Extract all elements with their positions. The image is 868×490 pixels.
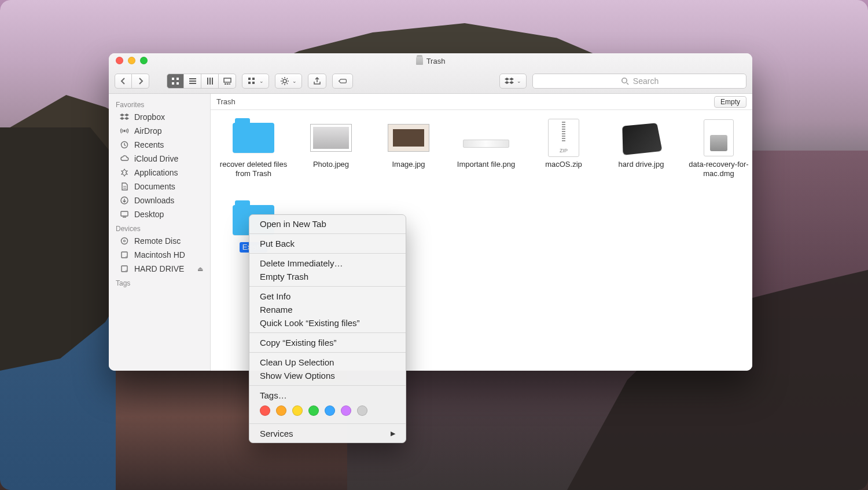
view-gallery-button[interactable]: [219, 74, 236, 89]
sidebar-item-hard-drive[interactable]: HARD DRIVE⏏: [109, 262, 210, 276]
view-list-button[interactable]: [184, 74, 201, 89]
tag-color-blu[interactable]: [325, 405, 335, 416]
sidebar-item-desktop[interactable]: Desktop: [109, 207, 210, 221]
sidebar-item-icloud-drive[interactable]: iCloud Drive: [109, 152, 210, 166]
sidebar-item-label: Recents: [134, 140, 164, 149]
empty-trash-button[interactable]: Empty: [714, 96, 746, 108]
tag-color-yel[interactable]: [292, 405, 303, 416]
menu-item[interactable]: Show View Options: [249, 369, 406, 382]
file-label: Image.jpg: [392, 160, 425, 169]
sidebar-item-documents[interactable]: Documents: [109, 180, 210, 193]
chevron-right-icon: [136, 76, 145, 86]
downloads-icon: [119, 196, 130, 205]
group-by-button[interactable]: ⌄: [242, 74, 269, 89]
sidebar-item-dropbox[interactable]: Dropbox: [109, 110, 210, 124]
tag-color-red[interactable]: [260, 405, 270, 416]
sidebar-item-recents[interactable]: Recents: [109, 138, 210, 152]
menu-item[interactable]: Get Info: [249, 290, 406, 303]
view-icons-button[interactable]: [167, 74, 184, 89]
dropbox-menu-button[interactable]: ⌄: [499, 74, 527, 89]
menu-item[interactable]: Open in New Tab: [249, 217, 406, 231]
dropbox-icon: [505, 76, 514, 86]
file-item[interactable]: hard drive.jpg: [604, 118, 678, 197]
location-label: Trash: [216, 97, 236, 106]
svg-point-18: [122, 238, 128, 244]
menu-separator: [249, 423, 406, 424]
file-item[interactable]: Image.jpg: [372, 118, 446, 197]
apps-icon: [119, 168, 130, 177]
chevron-down-icon: ⌄: [292, 78, 297, 84]
docs-icon: [119, 182, 130, 191]
sidebar-item-label: AirDrop: [134, 126, 161, 136]
eject-icon[interactable]: ⏏: [197, 265, 203, 273]
menu-item[interactable]: Services: [249, 427, 406, 440]
ext-icon: [119, 264, 130, 273]
menu-item[interactable]: Quick Look “Existing files”: [249, 316, 406, 330]
list-icon: [188, 76, 197, 86]
disc-icon: [119, 236, 130, 246]
sidebar-item-applications[interactable]: Applications: [109, 166, 210, 180]
hd-icon: [617, 118, 665, 158]
dmg-icon: [695, 118, 742, 158]
edit-tags-button[interactable]: [332, 74, 353, 89]
gallery-icon: [223, 76, 232, 86]
svg-rect-5: [225, 83, 226, 85]
share-icon: [312, 76, 322, 86]
action-menu-button[interactable]: ⌄: [275, 74, 302, 89]
gear-icon: [280, 76, 289, 86]
minimize-window-button[interactable]: [128, 57, 135, 64]
search-icon: [620, 76, 630, 86]
nav-back-button[interactable]: [115, 74, 132, 89]
svg-rect-10: [248, 82, 251, 84]
finder-window: Trash: [109, 53, 752, 371]
share-button[interactable]: [308, 74, 326, 89]
tag-color-pur[interactable]: [341, 405, 351, 416]
menu-item[interactable]: Tags…: [249, 389, 406, 402]
sidebar-item-downloads[interactable]: Downloads: [109, 193, 210, 207]
file-label: macOS.zip: [545, 160, 582, 169]
file-label: hard drive.jpg: [619, 160, 664, 169]
sidebar-item-remote-disc[interactable]: Remote Disc: [109, 234, 210, 248]
titlebar: Trash: [109, 53, 752, 94]
file-item[interactable]: data-recovery-for-mac.dmg: [682, 118, 752, 197]
file-item[interactable]: Photo.jpeg: [294, 118, 368, 197]
file-item[interactable]: Important file.png: [449, 118, 523, 197]
svg-point-14: [123, 130, 126, 132]
tag-color-gry[interactable]: [357, 405, 367, 416]
tag-color-org[interactable]: [276, 405, 286, 416]
file-label: Important file.png: [457, 160, 515, 169]
tag-color-grn[interactable]: [308, 405, 319, 416]
file-item[interactable]: recover deleted files from Trash: [216, 118, 290, 197]
sidebar-item-label: Remote Disc: [134, 236, 181, 246]
menu-item[interactable]: Rename: [249, 303, 406, 316]
svg-rect-11: [252, 82, 255, 84]
menu-separator: [249, 332, 406, 333]
menu-item[interactable]: Delete Immediately…: [249, 257, 406, 270]
location-bar: Trash Empty: [211, 94, 752, 110]
nav-forward-button[interactable]: [132, 74, 149, 89]
sidebar-item-macintosh-hd[interactable]: Macintosh HD: [109, 248, 210, 262]
sidebar-item-airdrop[interactable]: AirDrop: [109, 124, 210, 138]
chevron-left-icon: [119, 76, 128, 86]
view-columns-button[interactable]: [201, 74, 219, 89]
menu-item[interactable]: Empty Trash: [249, 270, 406, 283]
close-window-button[interactable]: [116, 57, 123, 64]
svg-rect-2: [172, 82, 174, 85]
sidebar-item-label: Downloads: [134, 196, 174, 205]
svg-rect-9: [252, 78, 255, 80]
search-input[interactable]: Search: [532, 74, 746, 89]
menu-separator: [249, 233, 406, 234]
svg-rect-1: [176, 78, 179, 80]
window-title: Trash: [426, 57, 446, 65]
image-icon: [385, 118, 432, 158]
menu-item[interactable]: Clean Up Selection: [249, 356, 406, 369]
sidebar-item-label: iCloud Drive: [134, 154, 178, 163]
icloud-icon: [119, 154, 130, 163]
menu-item[interactable]: Copy “Existing files”: [249, 336, 406, 349]
view-mode-segment: [167, 74, 236, 89]
fullscreen-window-button[interactable]: [140, 57, 148, 64]
menu-item[interactable]: Put Back: [249, 237, 406, 250]
file-item[interactable]: macOS.zip: [527, 118, 601, 197]
sidebar-section-header: Tags: [109, 276, 210, 288]
dropbox-icon: [119, 112, 130, 122]
